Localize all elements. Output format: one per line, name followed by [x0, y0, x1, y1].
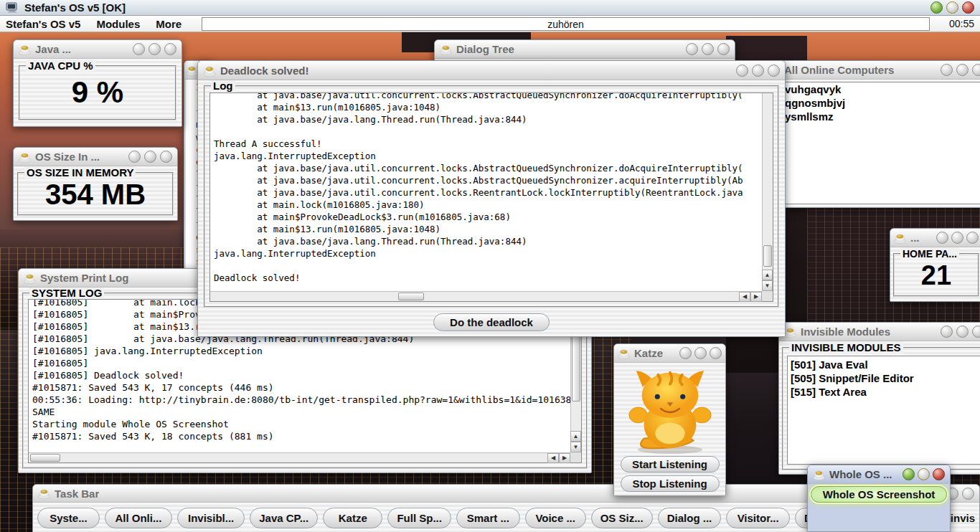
log-line: java.lang.InterruptedException: [214, 247, 762, 260]
win-control-3[interactable]: [962, 488, 974, 500]
system-control-green[interactable]: [930, 1, 943, 14]
whole-os-body: Whole OS Screenshot: [808, 484, 950, 531]
taskbar-button-java-cpu[interactable]: Java CP...: [250, 508, 318, 528]
system-title-bar: Stefan's OS v5 [OK]: [0, 0, 980, 16]
taskbar-button-system[interactable]: Syste...: [37, 508, 100, 528]
command-input[interactable]: [202, 17, 930, 31]
win-control-1[interactable]: [736, 65, 748, 77]
log-line: at main$13.run(m1016805.java:1048): [214, 223, 762, 235]
win-control-2[interactable]: [694, 347, 707, 359]
taskbar-button-all-online[interactable]: All Onli...: [105, 508, 172, 528]
list-item[interactable]: ysmllsmz: [782, 110, 980, 123]
dialog-tree-titlebar[interactable]: Dialog Tree: [435, 40, 735, 59]
scrollbar-corner: [570, 452, 581, 462]
invisible-modules-titlebar[interactable]: Invisible Modules: [779, 323, 980, 341]
win-control-2[interactable]: [956, 64, 969, 76]
win-control-3[interactable]: [972, 326, 980, 338]
home-page-titlebar[interactable]: ...: [890, 229, 980, 247]
win-control-3[interactable]: [972, 64, 980, 76]
invisible-modules-list: [501] Java Eval [505] Snippet/File Edito…: [787, 356, 980, 465]
taskbar-button-voice[interactable]: Voice ...: [525, 508, 586, 528]
scroll-left-icon[interactable]: ◀: [547, 453, 559, 463]
scroll-up-icon[interactable]: ▲: [570, 431, 581, 442]
win-control-2[interactable]: [951, 232, 963, 244]
win-control-2[interactable]: [144, 151, 156, 163]
scroll-up-icon[interactable]: ▲: [762, 270, 773, 280]
window-title: Deadlock solved!: [220, 65, 308, 77]
vertical-scrollbar[interactable]: ▲ ▼: [762, 93, 773, 291]
list-item[interactable]: [501] Java Eval: [788, 358, 980, 371]
win-control-1[interactable]: [679, 347, 692, 359]
system-control-yellow[interactable]: [946, 1, 958, 14]
scrollbar-thumb[interactable]: [30, 454, 60, 462]
win-control-3[interactable]: [966, 232, 979, 244]
taskbar-button-smart[interactable]: Smart ...: [456, 508, 520, 528]
list-item[interactable]: [505] Snippet/File Editor: [788, 371, 980, 385]
menu-more[interactable]: More: [156, 18, 182, 30]
panel-title: Log: [211, 80, 235, 92]
start-listening-button[interactable]: Start Listening: [621, 456, 720, 472]
scroll-right-icon[interactable]: ▶: [559, 453, 570, 463]
win-control-green[interactable]: [903, 468, 915, 480]
win-control-1[interactable]: [128, 151, 141, 163]
window-deadlock-solved: Deadlock solved! Log at java.base/java.u…: [197, 60, 786, 337]
list-item[interactable]: vuhgaqvyk: [782, 82, 980, 96]
win-control-yellow[interactable]: [918, 468, 930, 480]
panel-title: SYSTEM LOG: [29, 288, 104, 300]
log-line: [#1016805] Deadlock solved!: [32, 369, 570, 381]
java-cpu-titlebar[interactable]: Java ...: [14, 40, 182, 59]
katze-titlebar[interactable]: Katze: [614, 344, 725, 363]
do-the-deadlock-button[interactable]: Do the deadlock: [433, 313, 550, 331]
horizontal-scrollbar[interactable]: ◀ ▶: [29, 452, 570, 462]
taskbar-button-os-size[interactable]: OS Siz...: [591, 508, 653, 528]
horizontal-scrollbar[interactable]: ◀ ▶: [210, 291, 762, 301]
os-size-titlebar[interactable]: OS Size In ...: [14, 148, 177, 166]
log-line: #1015871: Saved 543 K, 17 concepts (446 …: [32, 381, 570, 394]
win-control-1[interactable]: [941, 326, 953, 338]
stop-listening-button[interactable]: Stop Listening: [621, 475, 720, 492]
menu-stefans-os[interactable]: Stefan's OS v5: [6, 18, 80, 30]
whole-os-titlebar[interactable]: Whole OS ...: [808, 465, 950, 484]
online-computers-titlebar[interactable]: All Online Computers: [779, 61, 980, 80]
taskbar-button-invisible[interactable]: Invisibl...: [177, 508, 245, 528]
system-control-red[interactable]: [962, 1, 974, 14]
win-control-3[interactable]: [160, 151, 172, 163]
scroll-down-icon[interactable]: ▼: [762, 280, 773, 291]
os-size-value: 354 MB: [19, 179, 172, 211]
log-line: [#1016805]: [32, 357, 570, 369]
whole-os-screenshot-button[interactable]: Whole OS Screenshot: [811, 486, 947, 503]
taskbar-button-visitor[interactable]: Visitor...: [726, 508, 790, 528]
win-control-3[interactable]: [768, 65, 780, 77]
panel-title: JAVA CPU %: [26, 60, 95, 72]
log-line: #1015871: Saved 543 K, 18 concepts (881 …: [32, 430, 570, 442]
coffee-cup-icon: [186, 65, 198, 76]
scrollbar-thumb[interactable]: [763, 245, 772, 267]
win-control-1[interactable]: [686, 43, 698, 55]
taskbar-button-dialog[interactable]: Dialog ...: [658, 508, 722, 528]
win-control-2[interactable]: [149, 43, 161, 55]
win-control-3[interactable]: [164, 43, 176, 55]
win-control-1[interactable]: [941, 64, 953, 76]
win-control-2[interactable]: [752, 65, 764, 77]
scroll-down-icon[interactable]: ▼: [570, 442, 581, 452]
log-line: at java.base/java.lang.Thread.run(Thread…: [214, 235, 762, 247]
win-control-3[interactable]: [710, 347, 722, 359]
win-control-red[interactable]: [933, 468, 945, 480]
taskbar-button-full-sp[interactable]: Full Sp...: [387, 508, 451, 528]
taskbar-button-katze[interactable]: Katze: [323, 508, 382, 528]
win-control-2[interactable]: [702, 43, 714, 55]
scroll-right-icon[interactable]: ▶: [750, 292, 762, 302]
coffee-cup-icon: [440, 44, 452, 55]
menu-modules[interactable]: Modules: [96, 18, 140, 30]
scrollbar-thumb[interactable]: [398, 293, 424, 300]
win-control-1[interactable]: [133, 43, 145, 55]
window-title: All Online Computers: [784, 64, 894, 76]
deadlock-titlebar[interactable]: Deadlock solved!: [198, 61, 785, 80]
list-item[interactable]: qgnosmbjvj: [782, 96, 980, 110]
list-item[interactable]: [515] Text Area: [788, 385, 980, 399]
win-control-3[interactable]: [717, 43, 730, 55]
scroll-left-icon[interactable]: ◀: [739, 292, 750, 302]
win-control-2[interactable]: [956, 326, 969, 338]
win-control-1[interactable]: [936, 232, 948, 244]
home-page-body: HOME PA... 21: [890, 247, 980, 301]
